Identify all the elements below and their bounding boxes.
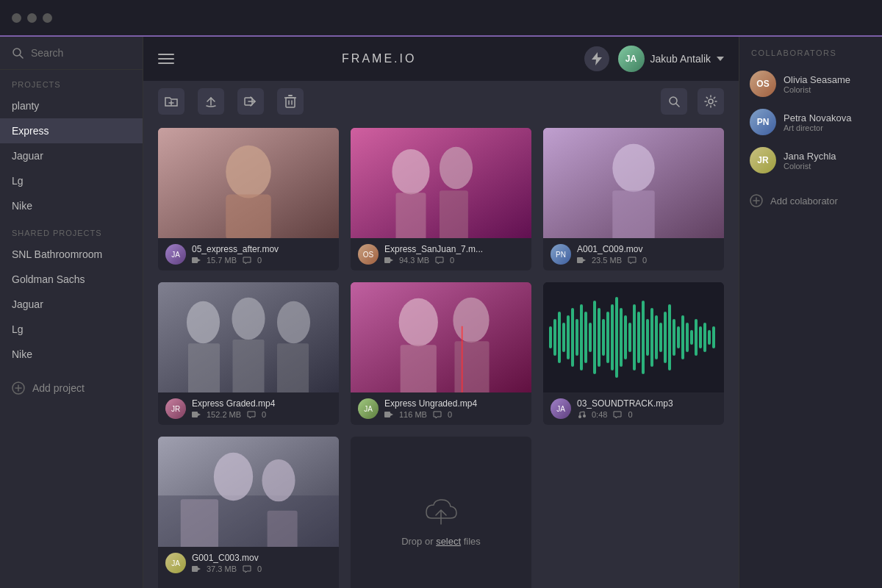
file-name-1: 05_express_after.mov [192,244,331,254]
file-card-2[interactable]: OS Express_SanJuan_7.m... 94.3 MB 0 [351,128,531,270]
file-meta-3: A001_C009.mov 23.5 MB 0 [577,244,717,265]
svg-rect-91 [708,330,711,345]
settings-button[interactable] [698,88,724,115]
file-avatar-1: JA [165,244,186,265]
comment-icon-1 [243,257,251,264]
file-size-2: 94.3 MB [399,256,429,265]
collab-name-olivia: Olivia Seasame [784,74,850,85]
svg-line-1 [20,55,23,58]
upload-button[interactable] [198,88,224,115]
sidebar-item-jaguar[interactable]: Jaguar [0,143,143,168]
file-meta-2: Express_SanJuan_7.m... 94.3 MB 0 [384,244,524,265]
collab-name-jana: Jana Rychla [784,151,836,162]
file-thumbnail-2 [351,128,531,238]
file-size-3: 23.5 MB [592,256,622,265]
collaborator-olivia[interactable]: OS Olivia Seasame Colorist [739,65,882,103]
file-meta-6: 03_SOUNDTRACK.mp3 0:48 0 [577,398,717,419]
svg-rect-71 [620,308,623,367]
sidebar-item-goldman[interactable]: Goldman Sachs [0,267,143,292]
topbar: FRAME.IO JA Jakub Antalik [143,37,739,81]
toolbar-left [158,88,304,115]
svg-rect-62 [580,304,583,370]
file-thumbnail-5 [351,282,531,392]
sidebar-item-express[interactable]: Express [0,118,143,143]
file-info-5: JA Express Ungraded.mp4 116 MB 0 [351,392,531,425]
sidebar-item-snl[interactable]: SNL Bathroomroom [0,242,143,267]
file-info-4: JR Express Graded.mp4 152.2 MB 0 [158,392,339,425]
delete-button[interactable] [277,88,304,115]
upload-cloud-icon [423,496,459,528]
file-card-7[interactable]: JA G001_C003.mov 37.3 MB 0 [158,437,339,588]
user-name: Jakub Antalik [650,53,711,65]
file-card-3[interactable]: PN A001_C009.mov 23.5 MB 0 [543,128,724,270]
file-avatar-7: JA [165,553,186,573]
svg-rect-66 [598,308,600,367]
svg-rect-82 [668,304,671,370]
sidebar-item-nike[interactable]: Nike [0,193,143,218]
svg-rect-23 [192,257,198,263]
close-button[interactable] [12,13,21,23]
search-files-button[interactable] [661,88,687,115]
minimize-button[interactable] [27,13,37,23]
file-size-1: 15.7 MB [207,256,237,265]
sidebar-item-shared-lg[interactable]: Lg [0,317,143,342]
file-size-6: 0:48 [592,410,607,419]
collaborator-jana[interactable]: JR Jana Rychla Colorist [739,141,882,179]
svg-rect-22 [226,194,271,238]
upload-icon [204,95,218,108]
svg-rect-12 [286,98,295,107]
svg-point-19 [709,99,713,104]
content-toolbar [143,81,739,122]
share-button[interactable] [237,88,264,115]
collab-role-olivia: Colorist [784,85,850,94]
svg-rect-35 [577,257,583,263]
file-name-4: Express Graded.mp4 [192,398,331,409]
collaborator-petra[interactable]: PN Petra Novakova Art director [739,103,882,141]
svg-marker-5 [592,52,602,65]
file-details-4: 152.2 MB 0 [192,410,331,419]
add-project-button[interactable]: Add project [0,373,143,404]
file-name-7: G001_C003.mov [192,553,331,563]
video-icon-5 [384,411,393,418]
hamburger-menu-button[interactable] [158,54,174,64]
sidebar-item-planty[interactable]: planty [0,93,143,118]
svg-point-39 [232,298,265,340]
comment-count-5: 0 [448,410,452,419]
svg-point-26 [392,149,429,195]
search-bar [0,37,143,70]
main-content: FRAME.IO JA Jakub Antalik [143,37,739,588]
svg-point-47 [399,298,438,347]
svg-rect-72 [624,315,627,359]
file-details-5: 116 MB 0 [384,410,524,419]
file-name-6: 03_SOUNDTRACK.mp3 [577,398,717,409]
video-icon-4 [192,411,201,418]
file-details-2: 94.3 MB 0 [384,256,524,265]
file-card-5[interactable]: JA Express Ungraded.mp4 116 MB 0 [351,282,531,425]
select-files-link[interactable]: select [436,536,461,547]
file-card-6[interactable]: JA 03_SOUNDTRACK.mp3 0:48 0 [543,282,724,425]
sidebar-item-shared-nike[interactable]: Nike [0,342,143,367]
activity-button[interactable] [584,46,609,71]
trash-icon [284,95,296,108]
maximize-button[interactable] [43,13,52,23]
comment-icon-7 [243,565,251,573]
svg-point-101 [262,459,295,501]
file-info-7: JA G001_C003.mov 37.3 MB 0 [158,547,339,579]
file-meta-5: Express Ungraded.mp4 116 MB 0 [384,398,524,419]
svg-rect-58 [562,323,565,352]
user-menu[interactable]: JA Jakub Antalik [618,46,725,72]
new-folder-button[interactable] [158,88,184,115]
svg-rect-44 [192,412,198,417]
comment-count-3: 0 [642,256,647,265]
upload-drop-zone[interactable]: Drop or select files [351,437,531,588]
add-collaborator-button[interactable]: Add colaborator [739,185,882,216]
comment-count-7: 0 [257,564,262,573]
svg-marker-36 [583,259,586,262]
file-card-4[interactable]: JR Express Graded.mp4 152.2 MB 0 [158,282,339,425]
sidebar-item-lg[interactable]: Lg [0,168,143,193]
file-card-1[interactable]: JA 05_express_after.mov 15.7 MB 0 [158,128,339,270]
search-input[interactable] [31,47,131,59]
svg-rect-75 [637,312,640,363]
collab-avatar-olivia: OS [750,71,776,97]
sidebar-item-shared-jaguar[interactable]: Jaguar [0,292,143,317]
